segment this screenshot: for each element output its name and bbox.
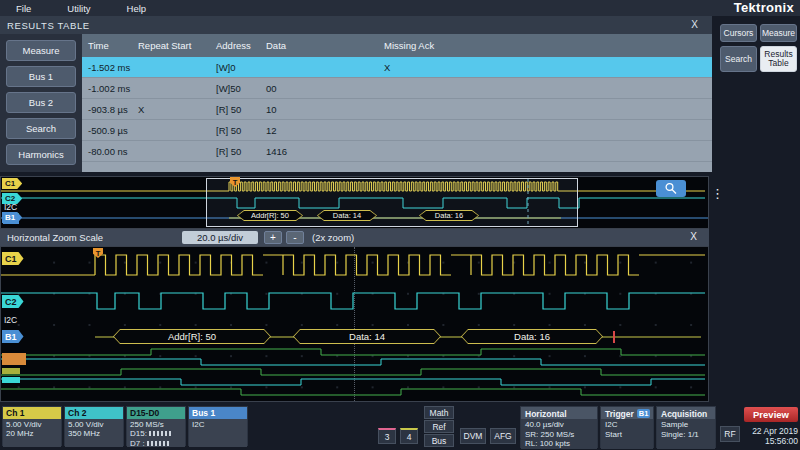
- search-button[interactable]: Search: [720, 46, 757, 72]
- menu-bar: File Utility Help: [0, 0, 800, 16]
- cell-address: [R] 50: [216, 146, 266, 157]
- acquisition-title: Acquisition: [657, 407, 715, 419]
- digital-trace: [1, 389, 705, 395]
- cell-address: [W]50: [216, 83, 266, 94]
- col-address: Address: [216, 40, 266, 51]
- horizontal-sample-rate: SR: 250 MS/s: [525, 430, 593, 440]
- ch2-badge[interactable]: Ch 2 5.00 V/div 350 MHz: [64, 406, 124, 446]
- acquisition-panel[interactable]: Acquisition Sample Single: 1/1: [656, 406, 716, 448]
- afg-badge[interactable]: AFG: [490, 428, 516, 444]
- decode-box-address: Addr[R]: 50: [113, 329, 271, 344]
- table-row[interactable]: -1.502 ms [W]0 X: [82, 57, 712, 78]
- zoom-out-button[interactable]: -: [286, 231, 304, 244]
- table-row[interactable]: -500.9 µs [R] 50 12: [82, 120, 712, 141]
- bus-badge[interactable]: Bus: [424, 434, 454, 447]
- ch2-scale: 5.00 V/div: [68, 420, 120, 429]
- zoomed-waveforms: [1, 247, 708, 401]
- decode-box-data2: Data: 16: [419, 210, 479, 221]
- bus1-name: Bus 1: [189, 407, 247, 419]
- trigger-title: Trigger: [605, 409, 634, 419]
- status-bar: Ch 1 5.00 V/div 20 MHz Ch 2 5.00 V/div 3…: [0, 402, 800, 450]
- cell-time: -903.8 µs: [88, 104, 138, 115]
- waveform-overview[interactable]: T C1 C2 I2C B1 Addr[R]: 50 Data: 14 Data…: [0, 176, 709, 229]
- ch1-badge[interactable]: Ch 1 5.00 V/div 20 MHz: [2, 406, 62, 446]
- results-table-button[interactable]: Results Table: [760, 46, 797, 72]
- menu-utility[interactable]: Utility: [67, 3, 90, 14]
- date-label: 22 Apr 2019: [730, 426, 798, 436]
- digital-name: D15-D0: [127, 407, 185, 419]
- close-icon[interactable]: X: [691, 19, 698, 30]
- tab-search[interactable]: Search: [6, 118, 76, 139]
- cell-time: -1.002 ms: [88, 83, 138, 94]
- trigger-panel[interactable]: TriggerB1 I2C Start: [600, 406, 654, 448]
- col-missing-ack: Missing Ack: [384, 40, 712, 51]
- close-icon[interactable]: X: [690, 231, 697, 242]
- cell-time: -80.00 ns: [88, 146, 138, 157]
- digital-d7-label: D7 :: [130, 439, 145, 448]
- decode-box-data2: Data: 16: [461, 329, 603, 344]
- preview-button[interactable]: Preview: [744, 407, 798, 422]
- bus-type-label: I2C: [4, 202, 17, 212]
- decode-box-data1: Data: 14: [317, 210, 377, 221]
- table-row[interactable]: -903.8 µs X [R] 50 10: [82, 99, 712, 120]
- tab-harmonics[interactable]: Harmonics: [6, 144, 76, 165]
- ch4-badge[interactable]: 4: [400, 428, 418, 444]
- col-data: Data: [266, 40, 384, 51]
- digital-rate: 250 MS/s: [130, 420, 182, 429]
- horizontal-scale: 40.0 µs/div: [525, 420, 593, 430]
- measure-button[interactable]: Measure: [760, 24, 797, 42]
- bus1-type: I2C: [192, 420, 244, 429]
- d7-bits-icon: [147, 441, 169, 446]
- horizontal-record-length: RL: 100 kpts: [525, 439, 593, 449]
- results-table-title: RESULTS TABLE: [0, 20, 90, 31]
- digital-group-label[interactable]: [2, 368, 20, 374]
- zoomed-waveform-view[interactable]: T C1 C2 I2C B1 Addr[R]: 50 Data: 14 Data…: [0, 246, 709, 402]
- tab-bus1[interactable]: Bus 1: [6, 66, 76, 87]
- digital-trace: [1, 369, 705, 375]
- menu-help[interactable]: Help: [127, 3, 147, 14]
- cell-time: -1.502 ms: [88, 62, 138, 73]
- menu-file[interactable]: File: [16, 3, 31, 14]
- math-badge[interactable]: Math: [424, 406, 454, 419]
- horizontal-panel[interactable]: Horizontal 40.0 µs/div SR: 250 MS/s RL: …: [520, 406, 598, 448]
- time-label: 15:56:00: [730, 436, 798, 446]
- zoom-in-button[interactable]: +: [264, 231, 282, 244]
- zoom-magnifier-button[interactable]: [656, 180, 686, 197]
- waveform-c2: [1, 293, 705, 309]
- cell-time: -500.9 µs: [88, 125, 138, 136]
- trigger-mode: Start: [605, 430, 649, 440]
- dvm-badge[interactable]: DVM: [460, 428, 486, 444]
- digital-group-label[interactable]: [2, 377, 20, 383]
- cell-address: [R] 50: [216, 104, 266, 115]
- ch3-badge[interactable]: 3: [378, 428, 396, 444]
- decode-box-address: Addr[R]: 50: [237, 210, 303, 221]
- ref-badge[interactable]: Ref: [424, 420, 454, 433]
- col-time: Time: [88, 40, 138, 51]
- cell-data: 10: [266, 104, 384, 115]
- cell-data: 00: [266, 83, 384, 94]
- digital-badge[interactable]: D15-D0 250 MS/s D15: D7 :: [126, 406, 186, 446]
- col-repeat-start: Repeat Start: [138, 40, 216, 51]
- tab-bus2[interactable]: Bus 2: [6, 92, 76, 113]
- zoom-scale-label: Horizontal Zoom Scale: [0, 232, 103, 243]
- waveform-c1: [1, 255, 705, 275]
- table-row[interactable]: -80.00 ns [R] 50 1416: [82, 141, 712, 162]
- cursors-button[interactable]: Cursors: [720, 24, 757, 42]
- table-row[interactable]: -1.002 ms [W]50 00: [82, 78, 712, 99]
- search-mark: [613, 331, 615, 343]
- acquisition-count: Single: 1/1: [661, 430, 711, 440]
- digital-group-label[interactable]: [2, 353, 26, 365]
- tab-measure[interactable]: Measure: [6, 40, 76, 61]
- bus1-badge[interactable]: Bus 1 I2C: [188, 406, 248, 446]
- ch2-name: Ch 2: [65, 407, 123, 419]
- results-table: Time Repeat Start Address Data Missing A…: [82, 34, 712, 172]
- cell-address: [R] 50: [216, 125, 266, 136]
- zoom-scale-value[interactable]: 20.0 µs/div: [182, 231, 258, 244]
- trigger-type: I2C: [605, 420, 649, 430]
- bus-type-label: I2C: [4, 315, 17, 325]
- horizontal-zoom-bar: Horizontal Zoom Scale 20.0 µs/div + - (2…: [0, 229, 709, 246]
- kebab-menu-icon[interactable]: ⋮: [711, 190, 724, 198]
- digital-trace: [1, 359, 705, 365]
- tektronix-logo: Tektronix: [734, 0, 794, 15]
- results-table-panel: RESULTS TABLE X Measure Bus 1 Bus 2 Sear…: [0, 16, 712, 172]
